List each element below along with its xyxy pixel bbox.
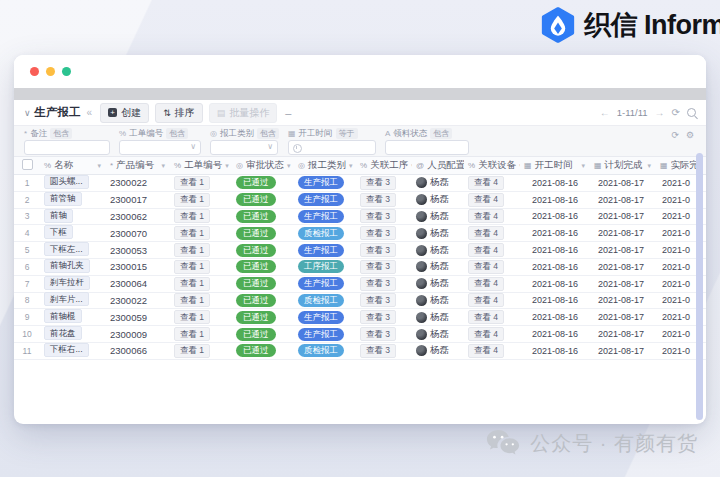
table-row[interactable]: 9 前轴棍 2300059 查看 1 已通过 生产报工 查看 3 杨磊 查看 4… xyxy=(14,309,706,326)
column-header[interactable]: % 工单编号 ▾ xyxy=(170,159,232,172)
table-row[interactable]: 4 下框 2300070 查看 1 已通过 质检报工 查看 3 杨磊 查看 4 … xyxy=(14,225,706,242)
refresh-filters-icon[interactable]: ⟳ xyxy=(671,130,679,140)
maximize-window-button[interactable] xyxy=(62,67,71,76)
chevron-down-icon[interactable]: ∨ xyxy=(24,108,31,118)
view-process-button[interactable]: 查看 3 xyxy=(360,344,396,358)
table-row[interactable]: 2 前管轴 2300017 查看 1 已通过 生产报工 查看 3 杨磊 查看 4… xyxy=(14,192,706,209)
view-equipment-button[interactable]: 查看 4 xyxy=(468,327,504,341)
filter-input[interactable]: ∨ xyxy=(210,140,278,155)
name-tag[interactable]: 前轴棍 xyxy=(44,309,82,323)
create-button[interactable]: + 创建 xyxy=(100,103,149,123)
refresh-icon[interactable]: ⟳ xyxy=(672,107,680,118)
filter-input[interactable]: ∨ xyxy=(288,140,376,155)
column-header[interactable]: % 关联设备 ▾ xyxy=(464,159,520,172)
view-workorder-button[interactable]: 查看 1 xyxy=(174,344,210,358)
name-tag[interactable]: 下框 xyxy=(44,225,73,239)
view-equipment-button[interactable]: 查看 4 xyxy=(468,226,504,240)
chevron-down-icon[interactable]: ▾ xyxy=(581,162,585,170)
name-tag[interactable]: 圆头螺... xyxy=(44,175,89,189)
column-header[interactable]: % 关联工序 ▾ xyxy=(356,159,412,172)
view-workorder-button[interactable]: 查看 1 xyxy=(174,226,210,240)
view-workorder-button[interactable]: 查看 1 xyxy=(174,209,210,223)
view-workorder-button[interactable]: 查看 1 xyxy=(174,293,210,307)
view-process-button[interactable]: 查看 3 xyxy=(360,226,396,240)
view-equipment-button[interactable]: 查看 4 xyxy=(468,193,504,207)
view-equipment-button[interactable]: 查看 4 xyxy=(468,293,504,307)
close-window-button[interactable] xyxy=(30,67,39,76)
view-process-button[interactable]: 查看 3 xyxy=(360,193,396,207)
view-title[interactable]: 生产报工 xyxy=(35,105,81,120)
table-row[interactable]: 5 下框左... 2300053 查看 1 已通过 生产报工 查看 3 杨磊 查… xyxy=(14,242,706,259)
view-equipment-button[interactable]: 查看 4 xyxy=(468,209,504,223)
filter-operator-tag[interactable]: 包含 xyxy=(430,128,452,139)
view-process-button[interactable]: 查看 3 xyxy=(360,293,396,307)
view-equipment-button[interactable]: 查看 4 xyxy=(468,277,504,291)
table-row[interactable]: 11 下框右... 2300066 查看 1 已通过 质检报工 查看 3 杨磊 … xyxy=(14,343,706,360)
view-workorder-button[interactable]: 查看 1 xyxy=(174,243,210,257)
minimize-window-button[interactable] xyxy=(46,67,55,76)
column-header[interactable]: ▦ 开工时间 ▾ xyxy=(520,159,590,172)
view-process-button[interactable]: 查看 3 xyxy=(360,209,396,223)
view-workorder-button[interactable]: 查看 1 xyxy=(174,193,210,207)
filter-operator-tag[interactable]: 包含 xyxy=(257,128,279,139)
table-row[interactable]: 3 前轴 2300062 查看 1 已通过 生产报工 查看 3 杨磊 查看 4 … xyxy=(14,209,706,226)
filter-operator-tag[interactable]: 等于 xyxy=(336,128,358,139)
name-tag[interactable]: 下框右... xyxy=(44,343,89,357)
filter-input[interactable]: ∨ xyxy=(24,140,110,155)
view-workorder-button[interactable]: 查看 1 xyxy=(174,260,210,274)
view-equipment-button[interactable]: 查看 4 xyxy=(468,344,504,358)
prev-page-button[interactable]: ← xyxy=(600,107,610,118)
chevron-down-icon[interactable]: ▾ xyxy=(97,162,101,170)
table-row[interactable]: 1 圆头螺... 2300022 查看 1 已通过 生产报工 查看 3 杨磊 查… xyxy=(14,175,706,192)
table-row[interactable]: 8 刹车片... 2300022 查看 1 已通过 质检报工 查看 3 杨磊 查… xyxy=(14,293,706,310)
name-tag[interactable]: 刹车拉杆 xyxy=(44,276,90,290)
column-header[interactable]: * 产品编号 ▾ xyxy=(106,159,170,172)
view-workorder-button[interactable]: 查看 1 xyxy=(174,176,210,190)
select-all-checkbox[interactable] xyxy=(22,159,33,170)
filter-input[interactable]: ∨ xyxy=(385,140,469,155)
view-process-button[interactable]: 查看 3 xyxy=(360,327,396,341)
filter-operator-tag[interactable]: 包含 xyxy=(50,128,72,139)
column-header[interactable]: ◎ 报工类别 ▾ xyxy=(294,159,356,172)
search-icon[interactable] xyxy=(687,108,696,117)
view-process-button[interactable]: 查看 3 xyxy=(360,277,396,291)
next-page-button[interactable]: → xyxy=(655,107,665,118)
view-equipment-button[interactable]: 查看 4 xyxy=(468,243,504,257)
table-row[interactable]: 6 前轴孔夹 2300015 查看 1 已通过 工序报工 查看 3 杨磊 查看 … xyxy=(14,259,706,276)
view-equipment-button[interactable]: 查看 4 xyxy=(468,176,504,190)
view-process-button[interactable]: 查看 3 xyxy=(360,176,396,190)
filter-settings-icon[interactable]: ⚙ xyxy=(686,130,694,140)
table-row[interactable]: 7 刹车拉杆 2300064 查看 1 已通过 生产报工 查看 3 杨磊 查看 … xyxy=(14,276,706,293)
column-header[interactable]: % 名称 ▾ xyxy=(40,159,106,172)
view-equipment-button[interactable]: 查看 4 xyxy=(468,260,504,274)
batch-actions-button[interactable]: ▤ 批量操作 xyxy=(209,103,278,123)
view-process-button[interactable]: 查看 3 xyxy=(360,260,396,274)
view-workorder-button[interactable]: 查看 1 xyxy=(174,310,210,324)
column-header[interactable]: ◎ 审批状态 ▾ xyxy=(232,159,294,172)
chevron-down-icon[interactable]: ▾ xyxy=(349,162,353,170)
filter-input[interactable]: ∨ xyxy=(119,140,201,155)
name-tag[interactable]: 前花盘 xyxy=(44,326,82,340)
sort-button[interactable]: ⇅ 排序 xyxy=(155,103,203,123)
name-tag[interactable]: 前轴 xyxy=(44,209,73,223)
table-row[interactable]: 10 前花盘 2300009 查看 1 已通过 生产报工 查看 3 杨磊 查看 … xyxy=(14,326,706,343)
view-process-button[interactable]: 查看 3 xyxy=(360,310,396,324)
chevron-down-icon[interactable]: ▾ xyxy=(647,162,651,170)
view-workorder-button[interactable]: 查看 1 xyxy=(174,277,210,291)
view-process-button[interactable]: 查看 3 xyxy=(360,243,396,257)
view-equipment-button[interactable]: 查看 4 xyxy=(468,310,504,324)
view-workorder-button[interactable]: 查看 1 xyxy=(174,327,210,341)
name-tag[interactable]: 前管轴 xyxy=(44,192,82,206)
name-tag[interactable]: 刹车片... xyxy=(44,292,89,306)
column-header[interactable]: @ 人员配置 ▾ xyxy=(412,159,464,172)
share-icon[interactable]: « xyxy=(87,107,93,118)
more-menu[interactable]: – xyxy=(285,107,291,119)
chevron-down-icon[interactable]: ▾ xyxy=(225,162,229,170)
filter-operator-tag[interactable]: 包含 xyxy=(166,128,188,139)
chevron-down-icon[interactable]: ▾ xyxy=(287,162,291,170)
name-tag[interactable]: 下框左... xyxy=(44,242,89,256)
vertical-scrollbar[interactable] xyxy=(696,153,703,420)
name-tag[interactable]: 前轴孔夹 xyxy=(44,259,90,273)
chevron-down-icon[interactable]: ▾ xyxy=(161,162,165,170)
column-header[interactable]: ▦ 计划完成 ▾ xyxy=(590,159,656,172)
